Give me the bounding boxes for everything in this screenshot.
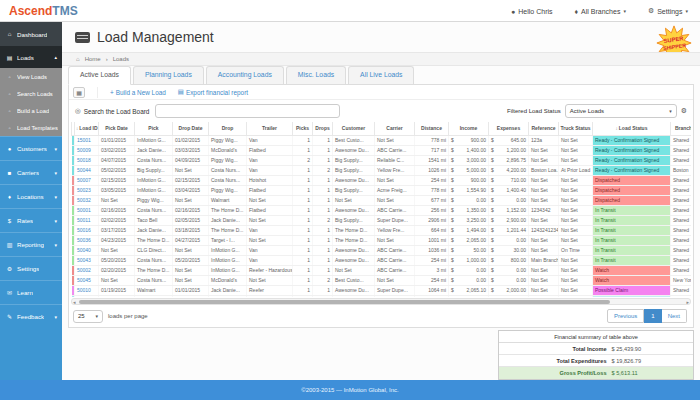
cell-distance: 254 mi <box>415 255 449 265</box>
tab-active-loads[interactable]: Active Loads <box>68 66 131 85</box>
table-row[interactable]: 5004405/02/2015Big Supply...Not SetCosta… <box>72 165 692 175</box>
sidebar-item-loads[interactable]: ▤Loads▴ <box>0 46 62 68</box>
table-row[interactable]: 5002303/05/2015InMotion G...03/04/2015Pi… <box>72 185 692 195</box>
filter-gear-icon[interactable]: ⚙ <box>681 107 687 115</box>
sidebar-item-rates[interactable]: $Rates▾ <box>0 208 62 232</box>
per-page-select[interactable]: 25 ▾ <box>73 310 103 323</box>
column-header-reference[interactable]: Reference <box>529 122 559 135</box>
column-header-pick[interactable]: Pick <box>135 122 173 135</box>
cell-reference: Not Set <box>529 245 559 255</box>
sidebar-item-customers[interactable]: ●Customers▾ <box>0 136 62 160</box>
sidebar-item-settings[interactable]: ⚙Settings <box>0 256 62 280</box>
table-row[interactable]: 5000302/26/2015Costa Nurs...02/26/2015In… <box>72 295 692 297</box>
table-row[interactable]: 50032Not SetPiggy Wig...Not SetWalmartNo… <box>72 195 692 205</box>
column-header-drop[interactable]: Drop <box>209 122 247 135</box>
cell-pick: Taco Bell <box>135 215 173 225</box>
table-row[interactable]: 50045Not SetCosta Nurs...Not SetMcDonald… <box>72 275 692 285</box>
column-header-trailer[interactable]: Trailer <box>247 122 293 135</box>
table-row[interactable]: 5000702/15/2015InMotion G...02/15/2015Co… <box>72 175 692 185</box>
sidebar-item-build-a-load[interactable]: ◦Build a Load <box>0 102 62 119</box>
column-header-expenses[interactable]: Expenses <box>489 122 529 135</box>
sidebar-item-view-loads[interactable]: ◦View Loads <box>0 68 62 85</box>
cell-carrier: Not Set <box>375 135 415 145</box>
cell-drops: 2 <box>313 275 333 285</box>
table-row[interactable]: 5001804/07/2015Costa Nurs...04/09/2015Pi… <box>72 155 692 165</box>
app-logo[interactable]: AscendTMS <box>9 4 78 18</box>
load-id-link[interactable]: 50011 <box>77 217 91 223</box>
sidebar-item-load-templates[interactable]: ◦Load Templates <box>0 119 62 136</box>
table-row[interactable]: 5001603/17/2015Jack Danie...03/18/2015Th… <box>72 225 692 235</box>
breadcrumb-home[interactable]: Home <box>85 56 101 62</box>
load-id-link[interactable]: 50045 <box>77 277 91 283</box>
column-header-drops[interactable]: Drops <box>313 122 333 135</box>
table-row[interactable]: 5001102/02/2015Taco Bell02/05/2015Jack D… <box>72 215 692 225</box>
sidebar-item-dashboard[interactable]: ⌂Dashboard <box>0 22 62 46</box>
settings-menu[interactable]: ⚙ Settings ▾ <box>648 7 688 15</box>
load-id-link[interactable]: 50018 <box>77 157 91 163</box>
scroll-left-icon[interactable]: ◂ <box>73 299 76 305</box>
previous-page-button[interactable]: Previous <box>607 309 644 323</box>
sidebar-item-reporting[interactable]: ▥Reporting▾ <box>0 232 62 256</box>
load-id-link[interactable]: 50002 <box>77 267 91 273</box>
grid-view-button[interactable]: ▦ <box>73 87 85 98</box>
cell-truck-status: Not Set <box>559 285 593 295</box>
column-header-truck-status[interactable]: Truck Status <box>559 122 593 135</box>
user-menu[interactable]: ● Hello Chris <box>511 8 552 15</box>
tab-planning-loads[interactable]: Planning Loads <box>133 66 204 84</box>
load-id-link[interactable]: 50023 <box>77 187 91 193</box>
load-id-link[interactable]: 50001 <box>77 207 91 213</box>
sidebar-item-search-loads[interactable]: ◦Search Loads <box>0 85 62 102</box>
user-icon: ● <box>511 8 515 15</box>
load-id-link[interactable]: 50003 <box>77 297 91 298</box>
load-id-link[interactable]: 50036 <box>77 237 91 243</box>
cell-customer: Big Supply... <box>333 185 375 195</box>
column-header-pick-date[interactable]: Pick Date <box>99 122 135 135</box>
tab-accounting-loads[interactable]: Accounting Loads <box>206 66 284 84</box>
tab-misc-loads[interactable]: Misc. Loads <box>286 66 346 84</box>
load-id-link[interactable]: 50032 <box>77 197 91 203</box>
table-row[interactable]: 5000202/20/2015The Home D...Not SetInMot… <box>72 265 692 275</box>
scroll-right-icon[interactable]: ▸ <box>686 299 689 305</box>
column-header-distance[interactable]: Distance <box>415 122 449 135</box>
load-id-link[interactable]: 50010 <box>77 287 91 293</box>
column-header-picks[interactable]: Picks <box>293 122 313 135</box>
load-id-link[interactable]: 50040 <box>77 247 91 253</box>
search-input[interactable] <box>155 104 340 118</box>
load-id-link[interactable]: 50043 <box>77 257 91 263</box>
load-status-filter-select[interactable]: Active Loads ▾ <box>565 104 677 118</box>
column-header-branch[interactable]: Branch <box>671 122 692 135</box>
page-1-button[interactable]: 1 <box>644 309 661 323</box>
column-header-load-status[interactable]: ↕Load Status <box>593 122 671 135</box>
table-h-scrollbar[interactable]: ◂ ▸ <box>71 298 691 305</box>
table-row[interactable]: 1500101/01/2015InMotion G...01/02/2015Pi… <box>72 135 692 145</box>
column-header-load-id[interactable]: ↕Load ID <box>75 122 99 135</box>
load-id-link[interactable]: 50007 <box>77 177 91 183</box>
sidebar-item-carriers[interactable]: ■Carriers▾ <box>0 160 62 184</box>
column-header-customer[interactable]: Customer <box>333 122 375 135</box>
scrollbar-handle[interactable] <box>79 300 610 304</box>
table-row[interactable]: 5000102/16/2015Costa Nurs...02/16/2015Th… <box>72 205 692 215</box>
column-header-carrier[interactable]: Carrier <box>375 122 415 135</box>
tab-all-live-loads[interactable]: All Live Loads <box>348 66 414 84</box>
branches-menu[interactable]: ♦ All Branches ▾ <box>575 8 626 15</box>
load-id-link[interactable]: 50016 <box>77 227 91 233</box>
export-financial-report-button[interactable]: ▤ Export financial report <box>178 88 248 96</box>
load-id-link[interactable]: 50009 <box>77 147 91 153</box>
sidebar-item-locations[interactable]: ♦Locations▾ <box>0 184 62 208</box>
cell-carrier: ABC Carrie... <box>375 245 415 255</box>
table-row[interactable]: 5003604/23/2015The Home D...04/27/2015Ta… <box>72 235 692 245</box>
cell-carrier: Reliable C... <box>375 155 415 165</box>
load-id-link[interactable]: 15001 <box>77 137 91 143</box>
column-header-income[interactable]: Income <box>449 122 489 135</box>
table-row[interactable]: 5004305/20/2015Costa Nurs...05/20/2015In… <box>72 255 692 265</box>
sidebar-item-learn[interactable]: ✉Learn <box>0 280 62 304</box>
table-row[interactable]: 5001001/19/2015Walmart01/01/2015Jack Dan… <box>72 285 692 295</box>
table-row[interactable]: 50040Not SetCLG Direct...Not SetInMotion… <box>72 245 692 255</box>
sidebar-item-feedback[interactable]: ✎Feedback▾ <box>0 304 62 328</box>
column-header-drop-date[interactable]: Drop Date <box>173 122 209 135</box>
next-page-button[interactable]: Next <box>662 309 687 323</box>
cell-trailer: Van <box>247 245 293 255</box>
load-id-link[interactable]: 50044 <box>77 167 91 173</box>
build-new-load-button[interactable]: + Build a New Load <box>110 89 166 96</box>
table-row[interactable]: 5000903/02/2015Jack Danie...03/03/2015Mc… <box>72 145 692 155</box>
